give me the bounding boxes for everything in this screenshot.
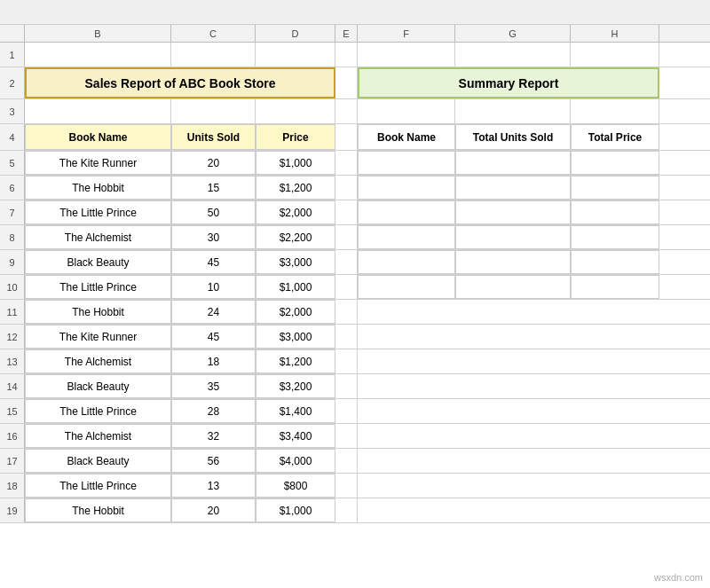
cell-d14-price[interactable]: $3,200 xyxy=(256,374,335,398)
cell-f12[interactable] xyxy=(358,325,455,349)
cell-e9[interactable] xyxy=(335,250,358,274)
cell-b1[interactable] xyxy=(25,43,171,67)
cell-f17[interactable] xyxy=(358,449,455,473)
cell-f18[interactable] xyxy=(358,474,455,498)
cell-d11-price[interactable]: $2,000 xyxy=(256,300,335,324)
cell-g19[interactable] xyxy=(455,498,571,522)
cell-b12-book[interactable]: The Kite Runner xyxy=(25,325,171,349)
cell-h15[interactable] xyxy=(571,399,659,423)
cell-c8-units[interactable]: 30 xyxy=(171,225,256,249)
cell-d6-price[interactable]: $1,200 xyxy=(256,176,335,200)
cell-g6[interactable] xyxy=(455,176,571,200)
cell-d19-price[interactable]: $1,000 xyxy=(256,498,335,522)
cell-g13[interactable] xyxy=(455,349,571,373)
cell-c14-units[interactable]: 35 xyxy=(171,374,256,398)
cell-c15-units[interactable]: 28 xyxy=(171,399,256,423)
cell-g17[interactable] xyxy=(455,449,571,473)
cell-g8[interactable] xyxy=(455,225,571,249)
cell-h11[interactable] xyxy=(571,300,659,324)
cell-e10[interactable] xyxy=(335,275,358,299)
cell-h8[interactable] xyxy=(571,225,659,249)
col-header-d[interactable]: D xyxy=(256,25,335,42)
cell-b16-book[interactable]: The Alchemist xyxy=(25,424,171,448)
cell-c5-units[interactable]: 20 xyxy=(171,151,256,175)
cell-f11[interactable] xyxy=(358,300,455,324)
cell-g1[interactable] xyxy=(455,43,571,67)
cell-b7-book[interactable]: The Little Prince xyxy=(25,200,171,224)
cell-d12-price[interactable]: $3,000 xyxy=(256,325,335,349)
cell-b18-book[interactable]: The Little Prince xyxy=(25,474,171,498)
cell-c7-units[interactable]: 50 xyxy=(171,200,256,224)
cell-c10-units[interactable]: 10 xyxy=(171,275,256,299)
cell-f3[interactable] xyxy=(358,99,455,123)
cell-h1[interactable] xyxy=(571,43,659,67)
cell-g5[interactable] xyxy=(455,151,571,175)
cell-b11-book[interactable]: The Hobbit xyxy=(25,300,171,324)
cell-h13[interactable] xyxy=(571,349,659,373)
cell-f5[interactable] xyxy=(358,151,455,175)
cell-h9[interactable] xyxy=(571,250,659,274)
cell-f6[interactable] xyxy=(358,176,455,200)
cell-e11[interactable] xyxy=(335,300,358,324)
cell-c9-units[interactable]: 45 xyxy=(171,250,256,274)
cell-c6-units[interactable]: 15 xyxy=(171,176,256,200)
cell-e5[interactable] xyxy=(335,151,358,175)
cell-e12[interactable] xyxy=(335,325,358,349)
cell-g7[interactable] xyxy=(455,200,571,224)
cell-h6[interactable] xyxy=(571,176,659,200)
cell-e17[interactable] xyxy=(335,449,358,473)
cell-f1[interactable] xyxy=(358,43,455,67)
cell-g10[interactable] xyxy=(455,275,571,299)
cell-h10[interactable] xyxy=(571,275,659,299)
cell-e16[interactable] xyxy=(335,424,358,448)
cell-b19-book[interactable]: The Hobbit xyxy=(25,498,171,522)
cell-d16-price[interactable]: $3,400 xyxy=(256,424,335,448)
cell-e19[interactable] xyxy=(335,498,358,522)
cell-b9-book[interactable]: Black Beauty xyxy=(25,250,171,274)
col-header-g[interactable]: G xyxy=(455,25,571,42)
cell-f8[interactable] xyxy=(358,225,455,249)
cell-e2[interactable] xyxy=(335,67,358,98)
cell-g3[interactable] xyxy=(455,99,571,123)
cell-c13-units[interactable]: 18 xyxy=(171,349,256,373)
cell-f7[interactable] xyxy=(358,200,455,224)
cell-d8-price[interactable]: $2,200 xyxy=(256,225,335,249)
cell-h3[interactable] xyxy=(571,99,659,123)
cell-h14[interactable] xyxy=(571,374,659,398)
cell-g11[interactable] xyxy=(455,300,571,324)
cell-h16[interactable] xyxy=(571,424,659,448)
cell-d7-price[interactable]: $2,000 xyxy=(256,200,335,224)
cell-d18-price[interactable]: $800 xyxy=(256,474,335,498)
cell-b13-book[interactable]: The Alchemist xyxy=(25,349,171,373)
cell-b3[interactable] xyxy=(25,99,171,123)
cell-c11-units[interactable]: 24 xyxy=(171,300,256,324)
cell-g12[interactable] xyxy=(455,325,571,349)
cell-c3[interactable] xyxy=(171,99,256,123)
col-header-h[interactable]: H xyxy=(571,25,659,42)
cell-c1[interactable] xyxy=(171,43,256,67)
cell-g9[interactable] xyxy=(455,250,571,274)
cell-b6-book[interactable]: The Hobbit xyxy=(25,176,171,200)
cell-d9-price[interactable]: $3,000 xyxy=(256,250,335,274)
cell-e7[interactable] xyxy=(335,200,358,224)
cell-d5-price[interactable]: $1,000 xyxy=(256,151,335,175)
cell-f15[interactable] xyxy=(358,399,455,423)
cell-e8[interactable] xyxy=(335,225,358,249)
cell-f16[interactable] xyxy=(358,424,455,448)
col-header-f[interactable]: F xyxy=(358,25,455,42)
cell-d15-price[interactable]: $1,400 xyxy=(256,399,335,423)
cell-c16-units[interactable]: 32 xyxy=(171,424,256,448)
cell-d3[interactable] xyxy=(256,99,335,123)
cell-b5-book[interactable]: The Kite Runner xyxy=(25,151,171,175)
cell-h12[interactable] xyxy=(571,325,659,349)
cell-h5[interactable] xyxy=(571,151,659,175)
cell-e1[interactable] xyxy=(335,43,358,67)
cell-f9[interactable] xyxy=(358,250,455,274)
cell-c19-units[interactable]: 20 xyxy=(171,498,256,522)
cell-c12-units[interactable]: 45 xyxy=(171,325,256,349)
cell-h19[interactable] xyxy=(571,498,659,522)
cell-g15[interactable] xyxy=(455,399,571,423)
col-header-e[interactable]: E xyxy=(335,25,358,42)
cell-d13-price[interactable]: $1,200 xyxy=(256,349,335,373)
cell-h17[interactable] xyxy=(571,449,659,473)
